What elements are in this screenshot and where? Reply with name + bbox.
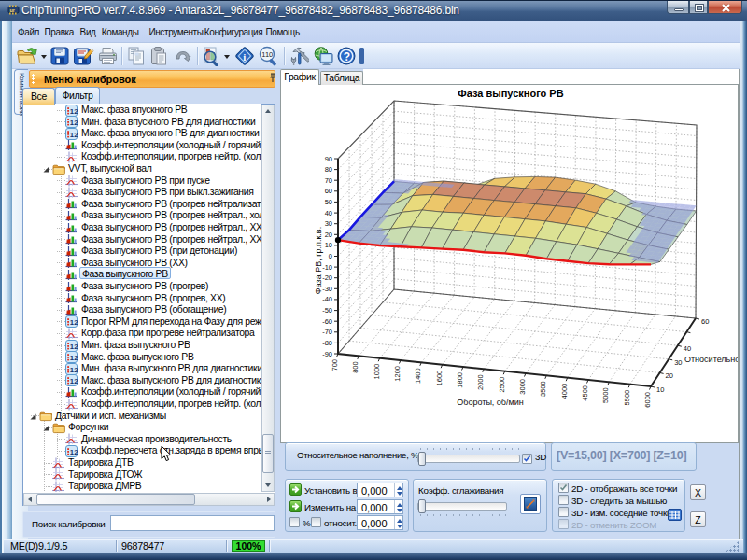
svg-text:5000: 5000: [601, 387, 610, 403]
svg-text:80: 80: [325, 165, 332, 174]
svg-text:70: 70: [325, 176, 332, 185]
svg-text:30: 30: [674, 358, 682, 367]
svg-text:2500: 2500: [498, 377, 506, 393]
svg-text:3000: 3000: [518, 379, 527, 395]
svg-text:12: 12: [70, 318, 78, 327]
svg-text:6000: 6000: [643, 392, 652, 408]
svg-text:90: 90: [325, 155, 332, 163]
svg-text:12: 12: [70, 448, 78, 456]
svg-text:4000: 4000: [560, 384, 569, 399]
svg-text:4500: 4500: [581, 385, 589, 401]
svg-text:12: 12: [70, 131, 78, 139]
svg-text:40: 40: [325, 209, 332, 217]
svg-text:12: 12: [70, 343, 78, 351]
svg-text:800: 800: [351, 361, 359, 373]
svg-text:-60: -60: [322, 317, 332, 326]
svg-text:700: 700: [331, 359, 339, 371]
svg-text:10: 10: [656, 385, 664, 394]
svg-text:110: 110: [261, 50, 273, 59]
svg-text:12: 12: [70, 366, 78, 374]
svg-text:?: ?: [344, 50, 350, 63]
svg-text:1200: 1200: [393, 366, 402, 382]
svg-text:-20: -20: [322, 273, 332, 282]
svg-text:-70: -70: [322, 328, 332, 336]
svg-text:12: 12: [70, 107, 78, 116]
svg-text:30: 30: [325, 219, 332, 228]
svg-text:0: 0: [329, 252, 332, 260]
svg-text:12: 12: [70, 354, 78, 362]
svg-text:10: 10: [325, 241, 332, 249]
svg-text:-50: -50: [322, 306, 332, 315]
svg-text:20: 20: [666, 371, 673, 380]
svg-text:Относительное н: Относительное н: [684, 355, 738, 364]
svg-text:20: 20: [325, 231, 332, 239]
svg-text:40: 40: [684, 344, 691, 353]
svg-text:3500: 3500: [539, 381, 547, 397]
svg-text:12: 12: [70, 119, 78, 127]
svg-text:-30: -30: [322, 285, 332, 293]
svg-text:1400: 1400: [414, 368, 422, 384]
svg-text:1600: 1600: [435, 371, 444, 386]
svg-text:60: 60: [701, 317, 709, 326]
svg-text:12: 12: [70, 377, 78, 385]
svg-text:-90: -90: [322, 350, 332, 358]
svg-text:i: i: [243, 51, 246, 63]
svg-text:2000: 2000: [476, 374, 485, 390]
svg-text:60: 60: [325, 187, 332, 195]
svg-text:-40: -40: [322, 295, 332, 303]
svg-text:Фаза РВ, гр.п.к.в.: Фаза РВ, гр.п.к.в.: [314, 227, 323, 294]
svg-text:1800: 1800: [456, 372, 464, 388]
svg-text:Фаза выпускного РВ: Фаза выпускного РВ: [458, 88, 563, 99]
svg-text:1000: 1000: [373, 364, 381, 380]
svg-text:ur: ur: [9, 7, 15, 13]
svg-text:-10: -10: [322, 263, 332, 272]
svg-text:Обороты, об/мин: Обороты, об/мин: [457, 398, 523, 407]
svg-text:-80: -80: [322, 339, 332, 347]
svg-text:5500: 5500: [623, 390, 631, 406]
svg-text:50: 50: [325, 198, 332, 206]
